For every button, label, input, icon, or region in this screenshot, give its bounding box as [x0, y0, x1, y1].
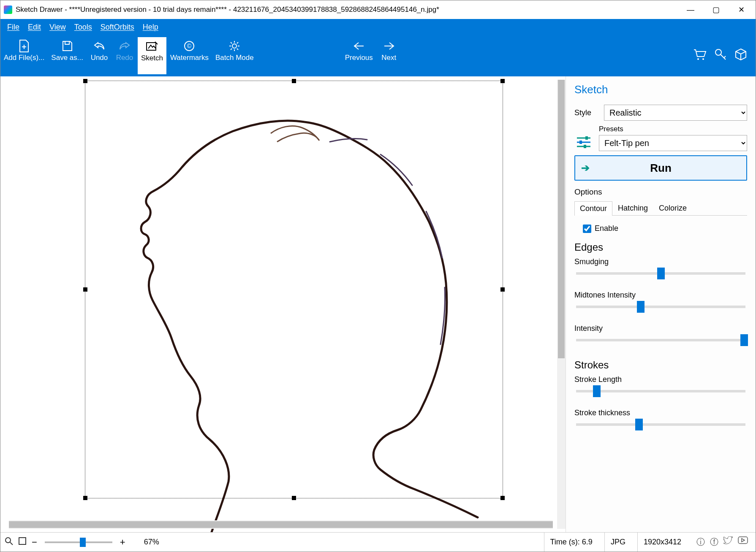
watermarks-button[interactable]: © Watermarks: [167, 37, 212, 75]
svg-line-15: [10, 542, 13, 545]
youtube-icon[interactable]: [738, 536, 748, 548]
arrow-right-icon: [383, 38, 395, 54]
vertical-scrollbar[interactable]: [557, 80, 566, 529]
edges-title: Edges: [574, 241, 747, 253]
svg-rect-13: [584, 145, 586, 148]
svg-point-5: [697, 58, 699, 60]
menu-file[interactable]: File: [3, 21, 24, 33]
panel-title: Sketch: [574, 83, 747, 96]
presets-select[interactable]: Felt-Tip pen: [599, 135, 747, 151]
sketch-button[interactable]: Sketch: [137, 37, 167, 75]
save-as-button[interactable]: Save as...: [48, 37, 87, 75]
menu-edit[interactable]: Edit: [24, 21, 45, 33]
resize-handle[interactable]: [83, 496, 87, 500]
options-label: Options: [574, 187, 747, 197]
redo-icon: [118, 38, 131, 54]
svg-point-7: [715, 49, 721, 55]
run-button[interactable]: ➔ Run: [574, 155, 747, 181]
fit-screen-icon[interactable]: [18, 537, 27, 547]
svg-text:©: ©: [187, 43, 192, 49]
zoom-slider[interactable]: [45, 541, 112, 543]
window-title: Sketch Drawer - ****Unregistered version…: [16, 5, 678, 14]
arrow-left-icon: [353, 38, 365, 54]
close-button[interactable]: ✕: [729, 0, 754, 19]
add-files-button[interactable]: Add File(s)...: [0, 37, 48, 75]
menu-view[interactable]: View: [45, 21, 70, 33]
style-select[interactable]: Realistic: [604, 105, 747, 121]
resize-handle[interactable]: [500, 496, 505, 500]
resize-handle[interactable]: [83, 287, 87, 292]
options-tabs: Contour Hatching Colorize: [574, 201, 747, 216]
toolbar-right-icons: [693, 37, 756, 75]
minimize-button[interactable]: —: [678, 0, 703, 19]
stroke-thickness-slider[interactable]: [576, 423, 745, 426]
save-icon: [61, 38, 73, 54]
resize-handle[interactable]: [292, 79, 296, 83]
enable-checkbox[interactable]: [583, 225, 591, 233]
svg-point-6: [702, 58, 704, 60]
svg-point-14: [5, 538, 11, 543]
resize-handle[interactable]: [500, 79, 505, 83]
facebook-icon[interactable]: ⓕ: [710, 536, 718, 548]
main-area: Sketch Style Realistic Presets: [0, 76, 756, 532]
maximize-button[interactable]: ▢: [703, 0, 729, 19]
stroke-length-label: Stroke Length: [574, 375, 747, 384]
toolbar: Add File(s)... Save as... Undo Redo Sket…: [0, 35, 756, 76]
statusbar: − + 67% Time (s): 6.9 JPG 1920x3412 ⓘ ⓕ: [0, 532, 756, 552]
intensity-slider[interactable]: [576, 339, 745, 341]
cart-icon[interactable]: [693, 48, 707, 64]
intensity-label: Intensity: [574, 324, 747, 333]
titlebar: Sketch Drawer - ****Unregistered version…: [0, 0, 756, 19]
undo-button[interactable]: Undo: [87, 37, 112, 75]
info-icon[interactable]: ⓘ: [696, 536, 705, 548]
horizontal-scrollbar[interactable]: [9, 520, 553, 529]
enable-label: Enable: [595, 224, 618, 233]
twitter-icon[interactable]: [723, 536, 733, 548]
status-format: JPG: [604, 533, 631, 552]
menu-help[interactable]: Help: [139, 21, 163, 33]
resize-handle[interactable]: [500, 287, 505, 292]
app-icon: [4, 5, 12, 14]
resize-handle[interactable]: [292, 496, 296, 500]
gear-icon: [228, 38, 240, 54]
menubar: File Edit View Tools SoftOrbits Help: [0, 19, 756, 35]
zoom-in-button[interactable]: +: [120, 537, 125, 548]
zoom-out-button[interactable]: −: [32, 537, 37, 548]
next-button[interactable]: Next: [376, 37, 402, 75]
batch-mode-button[interactable]: Batch Mode: [212, 37, 257, 75]
midtones-slider[interactable]: [576, 306, 745, 308]
midtones-label: Midtones Intensity: [574, 291, 747, 300]
svg-point-4: [232, 44, 237, 48]
menu-tools[interactable]: Tools: [70, 21, 96, 33]
watermarks-icon: ©: [183, 38, 195, 54]
selection-box[interactable]: [85, 81, 503, 498]
add-file-icon: [19, 38, 30, 54]
canvas[interactable]: [0, 76, 566, 532]
redo-button[interactable]: Redo: [112, 37, 137, 75]
adjust-icon[interactable]: [574, 133, 593, 151]
sketch-icon: [146, 39, 158, 54]
resize-handle[interactable]: [83, 79, 87, 83]
tab-hatching[interactable]: Hatching: [612, 201, 653, 215]
tab-contour[interactable]: Contour: [574, 201, 612, 216]
stroke-length-slider[interactable]: [576, 390, 745, 392]
side-panel: Sketch Style Realistic Presets: [566, 76, 756, 532]
app-window: Sketch Drawer - ****Unregistered version…: [0, 0, 756, 552]
zoom-tool-icon[interactable]: [5, 537, 13, 547]
tab-colorize[interactable]: Colorize: [653, 201, 692, 215]
stroke-thickness-label: Stroke thickness: [574, 409, 747, 417]
key-icon[interactable]: [714, 48, 727, 64]
svg-rect-9: [585, 136, 588, 140]
presets-label: Presets: [599, 125, 747, 133]
smudging-slider[interactable]: [576, 272, 745, 275]
package-icon[interactable]: [734, 48, 747, 64]
svg-rect-11: [579, 141, 582, 144]
menu-softorbits[interactable]: SoftOrbits: [96, 21, 139, 33]
strokes-title: Strokes: [574, 359, 747, 371]
status-dimensions: 1920x3412: [637, 533, 687, 552]
style-label: Style: [574, 108, 598, 117]
previous-button[interactable]: Previous: [342, 37, 376, 75]
run-arrow-icon: ➔: [581, 162, 590, 174]
undo-icon: [93, 38, 106, 54]
svg-rect-0: [65, 41, 69, 44]
